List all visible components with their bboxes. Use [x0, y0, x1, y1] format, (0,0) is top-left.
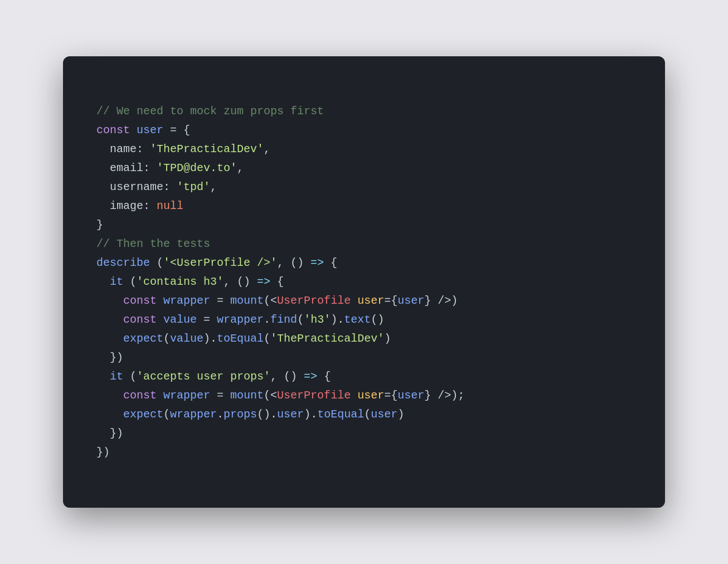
line-2-const: const: [96, 124, 130, 137]
line-1: // We need to mock zum props first: [96, 105, 324, 118]
code-content: // We need to mock zum props first const…: [96, 83, 632, 481]
code-window: // We need to mock zum props first const…: [63, 56, 665, 508]
